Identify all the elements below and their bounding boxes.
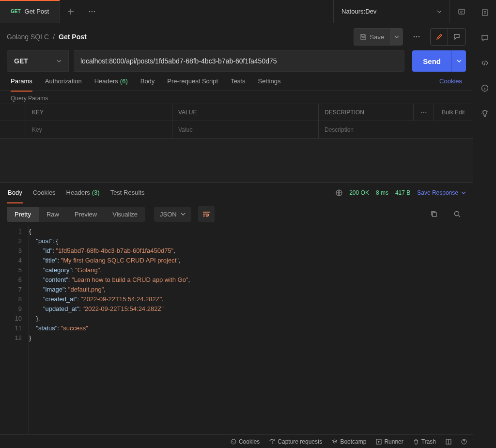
- info-button[interactable]: [481, 84, 489, 92]
- environment-selector[interactable]: Natours:Dev: [333, 0, 450, 23]
- wrap-icon: [202, 211, 210, 217]
- documentation-button[interactable]: [481, 9, 489, 16]
- lightbulb-button[interactable]: [481, 109, 489, 117]
- new-tab-button[interactable]: [60, 0, 81, 23]
- tab-tests[interactable]: Tests: [231, 72, 245, 91]
- svg-point-12: [455, 212, 459, 216]
- format-select[interactable]: JSON: [154, 207, 191, 222]
- code-button[interactable]: [481, 59, 489, 67]
- svg-point-15: [233, 442, 234, 443]
- value-input[interactable]: Value: [172, 121, 319, 138]
- tab-more-button[interactable]: [81, 0, 103, 23]
- query-params-label: Query Params: [0, 91, 473, 104]
- cookie-icon: [231, 439, 236, 445]
- footer-runner[interactable]: Runner: [376, 438, 403, 445]
- chevron-down-icon: [181, 213, 186, 216]
- footer-capture[interactable]: Capture requests: [269, 438, 322, 445]
- request-tabs: Params Authorization Headers (6) Body Pr…: [0, 72, 473, 91]
- svg-point-2: [94, 11, 95, 12]
- dots-icon: [413, 36, 420, 38]
- header-row: Golang SQLC / Get Post Save: [0, 23, 473, 50]
- params-table: KEY VALUE DESCRIPTION Bulk Edit Key Valu…: [0, 104, 473, 139]
- lightbulb-icon: [481, 109, 489, 117]
- bulk-edit-button[interactable]: Bulk Edit: [434, 104, 473, 121]
- send-dropdown-button[interactable]: [451, 50, 466, 72]
- dots-icon: [89, 11, 95, 13]
- edit-mode-button[interactable]: [431, 29, 448, 45]
- tab-headers[interactable]: Headers (6): [94, 72, 128, 91]
- svg-point-0: [89, 11, 91, 12]
- method-text: GET: [14, 57, 28, 65]
- breadcrumb: Golang SQLC / Get Post: [7, 33, 87, 41]
- response-status: 200 OK: [349, 189, 369, 196]
- footer-bootcamp[interactable]: Bootcamp: [332, 438, 366, 445]
- save-response-button[interactable]: Save Response: [417, 189, 466, 196]
- plus-icon: [67, 8, 74, 15]
- cookies-link[interactable]: Cookies: [439, 77, 462, 85]
- view-raw[interactable]: Raw: [39, 207, 67, 222]
- chevron-down-icon: [57, 60, 62, 62]
- url-row: GET localhost:8000/api/posts/1fd5abd7-68…: [0, 50, 473, 72]
- view-visualize[interactable]: Visualize: [105, 207, 145, 222]
- svg-point-14: [232, 441, 233, 442]
- table-more-button[interactable]: [414, 104, 434, 121]
- key-input[interactable]: Key: [26, 121, 172, 138]
- view-pretty[interactable]: Pretty: [7, 207, 39, 222]
- chevron-down-icon: [437, 10, 442, 13]
- send-button-group: Send: [412, 50, 466, 72]
- resp-tab-headers[interactable]: Headers (3): [65, 183, 101, 203]
- save-button[interactable]: Save: [354, 33, 390, 41]
- svg-point-9: [425, 112, 426, 113]
- wrap-lines-button[interactable]: [198, 206, 215, 222]
- copy-button[interactable]: [425, 205, 443, 223]
- send-button[interactable]: Send: [412, 57, 451, 65]
- tab-params[interactable]: Params: [11, 72, 32, 91]
- tab-prerequest[interactable]: Pre-request Script: [167, 72, 218, 91]
- desc-input[interactable]: Description: [319, 121, 473, 138]
- more-actions-button[interactable]: [408, 28, 425, 46]
- environment-name: Natours:Dev: [341, 8, 376, 15]
- footer-trash[interactable]: Trash: [413, 438, 436, 445]
- svg-point-1: [92, 11, 93, 12]
- resp-tab-body[interactable]: Body: [7, 183, 23, 203]
- url-input[interactable]: localhost:8000/api/posts/1fd5abd7-68fb-4…: [74, 50, 404, 72]
- breadcrumb-parent[interactable]: Golang SQLC: [7, 33, 49, 41]
- comments-button[interactable]: [481, 34, 489, 42]
- svg-rect-11: [433, 213, 436, 216]
- svg-point-5: [416, 36, 418, 38]
- footer-help[interactable]: [461, 439, 467, 445]
- svg-point-7: [421, 112, 422, 113]
- svg-rect-3: [459, 9, 465, 14]
- env-quicklook-button[interactable]: [450, 0, 473, 23]
- comment-icon: [481, 34, 489, 42]
- mode-toggle: [430, 28, 466, 46]
- pencil-icon: [436, 33, 443, 40]
- resp-tab-cookies[interactable]: Cookies: [32, 183, 57, 203]
- tab-body[interactable]: Body: [140, 72, 155, 91]
- graduation-icon: [332, 439, 338, 445]
- comment-mode-button[interactable]: [448, 29, 465, 45]
- save-button-group: Save: [354, 28, 403, 46]
- tab-authorization[interactable]: Authorization: [45, 72, 82, 91]
- resp-tab-test-results[interactable]: Test Results: [109, 183, 146, 203]
- search-button[interactable]: [449, 205, 466, 223]
- method-select[interactable]: GET: [7, 50, 69, 72]
- chevron-down-icon: [457, 60, 462, 62]
- play-icon: [376, 439, 382, 445]
- view-preview[interactable]: Preview: [67, 207, 105, 222]
- svg-point-6: [418, 36, 420, 38]
- doc-icon: [481, 9, 489, 16]
- save-dropdown-button[interactable]: [390, 29, 403, 45]
- url-text: localhost:8000/api/posts/1fd5abd7-68fb-4…: [80, 57, 277, 65]
- request-tab[interactable]: GET Get Post: [0, 0, 60, 23]
- info-icon: [481, 84, 489, 92]
- tab-settings[interactable]: Settings: [258, 72, 280, 91]
- response-tabs: Body Cookies Headers (3) Test Results 20…: [0, 182, 473, 202]
- dots-icon: [421, 111, 427, 113]
- response-size: 417 B: [395, 189, 410, 196]
- footer-panes[interactable]: [446, 439, 451, 445]
- globe-icon[interactable]: [336, 189, 342, 196]
- footer-cookies[interactable]: Cookies: [231, 438, 260, 445]
- response-body[interactable]: 123456789101112 { "post": { "id": "1fd5a…: [0, 226, 473, 434]
- tab-method: GET: [11, 9, 21, 14]
